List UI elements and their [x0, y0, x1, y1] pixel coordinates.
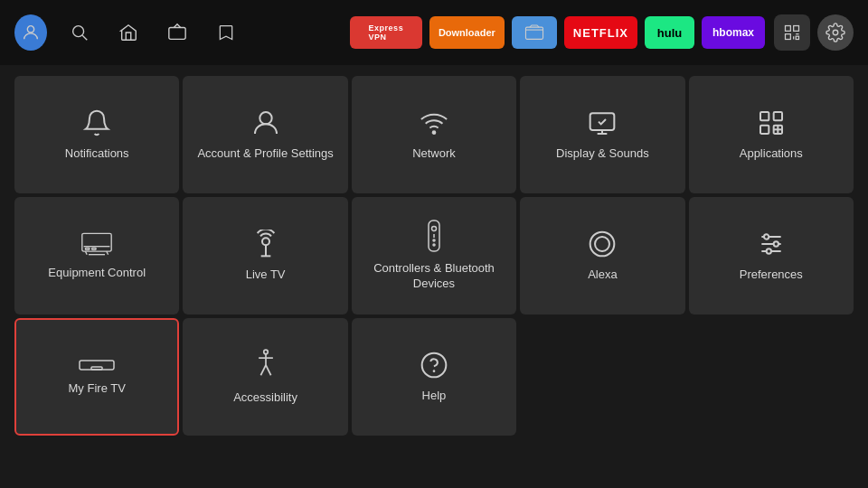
- svg-point-13: [433, 131, 436, 134]
- grid-item-my-fire-tv[interactable]: My Fire TV: [14, 318, 179, 436]
- help-icon: [420, 351, 448, 380]
- bookmark-button[interactable]: [210, 16, 242, 49]
- svg-rect-45: [91, 367, 102, 370]
- svg-point-51: [422, 352, 447, 377]
- nav-left-section: [14, 16, 242, 49]
- svg-point-46: [263, 350, 268, 354]
- avatar-icon: [14, 14, 47, 51]
- controllers-bluetooth-label: Controllers & Bluetooth Devices: [361, 261, 507, 292]
- antenna-icon: [251, 230, 280, 258]
- network-label: Network: [412, 146, 456, 162]
- svg-point-1: [73, 26, 84, 37]
- svg-rect-44: [80, 361, 114, 370]
- svg-point-37: [595, 237, 609, 251]
- netflix-badge[interactable]: NETFLIX: [564, 16, 637, 49]
- sliders-icon: [757, 230, 786, 258]
- accessibility-icon: [253, 349, 278, 381]
- svg-rect-26: [86, 248, 90, 249]
- svg-point-0: [27, 26, 33, 33]
- svg-point-32: [431, 227, 436, 231]
- svg-point-11: [833, 30, 838, 35]
- navigation-bar: ExpressVPN Downloader NETFLIX hulu hboma…: [0, 0, 868, 65]
- accessibility-label: Accessibility: [233, 390, 297, 406]
- svg-line-49: [260, 365, 266, 375]
- svg-rect-15: [760, 112, 769, 120]
- svg-line-2: [82, 35, 87, 40]
- svg-point-35: [433, 244, 435, 246]
- svg-point-43: [766, 249, 770, 253]
- svg-point-34: [433, 239, 435, 241]
- app-shortcuts: ExpressVPN Downloader NETFLIX hulu hboma…: [350, 16, 765, 49]
- tv-icon: [80, 231, 113, 257]
- account-profile-label: Account & Profile Settings: [197, 146, 333, 162]
- live-tv-label: Live TV: [246, 267, 286, 283]
- svg-rect-4: [525, 27, 542, 39]
- tv-button[interactable]: [161, 16, 193, 49]
- display-sounds-label: Display & Sounds: [556, 146, 649, 162]
- downloader-badge[interactable]: Downloader: [429, 16, 505, 49]
- svg-rect-17: [760, 125, 769, 133]
- person-icon: [251, 108, 280, 137]
- equipment-control-label: Equipment Control: [48, 266, 146, 281]
- grid-item-applications[interactable]: Applications: [689, 76, 854, 193]
- search-button[interactable]: [63, 16, 96, 49]
- wifi-icon: [420, 108, 448, 137]
- hulu-badge[interactable]: hulu: [645, 16, 694, 49]
- home-button[interactable]: [112, 16, 145, 49]
- settings-button[interactable]: [817, 14, 854, 51]
- settings-grid: Notifications Account & Profile Settings…: [0, 69, 868, 443]
- apps-icon: [757, 108, 786, 137]
- svg-rect-5: [786, 26, 791, 32]
- grid-item-controllers-bluetooth[interactable]: Controllers & Bluetooth Devices: [352, 197, 516, 314]
- expressvpn-badge[interactable]: ExpressVPN: [350, 16, 422, 49]
- grid-item-account-profile[interactable]: Account & Profile Settings: [183, 76, 347, 193]
- notifications-label: Notifications: [65, 146, 129, 162]
- grid-item-help[interactable]: Help: [352, 318, 516, 436]
- bell-icon: [82, 108, 111, 137]
- applications-label: Applications: [740, 146, 803, 162]
- my-fire-tv-label: My Fire TV: [69, 381, 126, 397]
- display-icon: [588, 108, 617, 137]
- svg-point-36: [590, 231, 615, 256]
- grid-item-network[interactable]: Network: [352, 76, 516, 193]
- grid-item-alexa[interactable]: Alexa: [520, 197, 684, 314]
- alexa-icon: [588, 230, 617, 258]
- svg-point-28: [262, 238, 269, 245]
- svg-rect-7: [786, 34, 791, 40]
- svg-point-12: [259, 112, 271, 124]
- alexa-label: Alexa: [588, 267, 618, 283]
- hbomax-badge[interactable]: hbomax: [702, 16, 765, 49]
- grid-item-preferences[interactable]: Preferences: [689, 197, 854, 314]
- filemanager-badge[interactable]: [512, 16, 557, 49]
- grid-item-notifications[interactable]: Notifications: [14, 76, 179, 193]
- nav-right-section: [774, 14, 854, 51]
- avatar[interactable]: [14, 16, 47, 49]
- svg-point-42: [773, 241, 778, 246]
- firetv-icon: [79, 358, 115, 372]
- grid-item-accessibility[interactable]: Accessibility: [183, 318, 347, 436]
- help-label: Help: [422, 389, 447, 404]
- svg-rect-8: [796, 36, 798, 39]
- svg-rect-27: [92, 248, 97, 249]
- svg-rect-16: [773, 112, 781, 120]
- svg-point-41: [764, 234, 769, 239]
- grid-item-display-sounds[interactable]: Display & Sounds: [520, 76, 684, 193]
- preferences-label: Preferences: [740, 267, 803, 283]
- svg-line-50: [266, 365, 271, 375]
- svg-rect-3: [169, 28, 185, 40]
- remote-icon: [424, 220, 444, 252]
- grid-item-equipment-control[interactable]: Equipment Control: [14, 197, 179, 314]
- grid-view-button[interactable]: [774, 14, 810, 51]
- svg-rect-6: [794, 26, 799, 32]
- grid-item-live-tv[interactable]: Live TV: [183, 197, 347, 314]
